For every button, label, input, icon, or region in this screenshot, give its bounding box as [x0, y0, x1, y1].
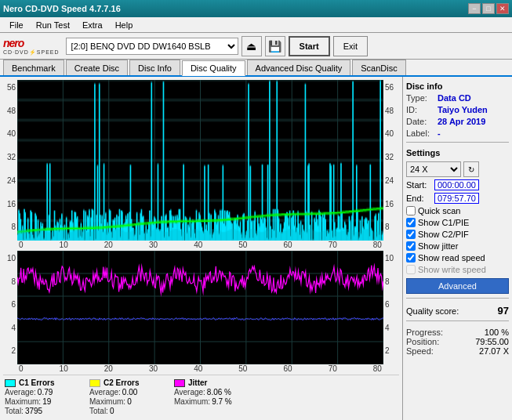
chart1-canvas	[17, 80, 383, 241]
window-title: Nero CD-DVD Speed 4.7.7.16	[3, 4, 121, 13]
tab-create-disc[interactable]: Create Disc	[66, 60, 128, 75]
close-button[interactable]: ✕	[496, 3, 509, 14]
speed-value: 27.07 X	[479, 346, 509, 356]
disc-date-row: Date: 28 Apr 2019	[406, 117, 509, 126]
drive-select[interactable]: [2:0] BENQ DVD DD DW1640 BSLB	[66, 38, 238, 55]
speed-select[interactable]: 24 X Maximum 4 X 8 X 16 X 32 X 40 X 48 X	[406, 161, 461, 177]
progress-label: Progress:	[406, 328, 443, 337]
start-button[interactable]: Start	[289, 36, 330, 56]
legend-jitter: Jitter Average: 8.06 % Maximum: 9.7 %	[174, 378, 252, 415]
exit-button[interactable]: Exit	[333, 36, 368, 56]
disc-type-row: Type: Data CD	[406, 93, 509, 103]
chart-area: 56 48 40 32 24 16 8 0 10 20 30 40 50	[0, 77, 402, 420]
legend-c2-avg: Average: 0.00	[89, 388, 168, 396]
disc-label-row: Label: -	[406, 129, 509, 138]
legend-c1-color	[5, 379, 16, 387]
quick-scan-checkbox[interactable]	[406, 206, 416, 215]
speed-settings-row: 24 X Maximum 4 X 8 X 16 X 32 X 40 X 48 X…	[406, 161, 509, 177]
chart2-canvas	[17, 251, 383, 364]
id-value: Taiyo Yuden	[438, 105, 488, 114]
show-c2-pif-row: Show C2/PIF	[406, 230, 509, 239]
show-write-speed-checkbox	[406, 265, 416, 274]
minimize-button[interactable]: −	[468, 3, 481, 14]
chart2-y-axis-right: 10 8 6 4 2	[383, 251, 399, 373]
disc-info-title: Disc info	[406, 81, 509, 91]
menu-file[interactable]: File	[3, 19, 30, 31]
legend-c2-color	[89, 379, 100, 387]
quality-score-label: Quality score:	[406, 306, 459, 316]
speed-row: Speed: 27.07 X	[406, 346, 509, 356]
refresh-button[interactable]: ↻	[463, 161, 479, 177]
quick-scan-row: Quick scan	[406, 206, 509, 215]
title-bar: Nero CD-DVD Speed 4.7.7.16 − □ ✕	[0, 0, 512, 17]
settings-title: Settings	[406, 148, 509, 158]
nero-logo: nero CD·DVD⚡SPEED	[3, 37, 60, 56]
show-read-speed-checkbox[interactable]	[406, 253, 416, 262]
tab-disc-info[interactable]: Disc Info	[129, 60, 180, 75]
type-value: Data CD	[438, 93, 471, 103]
show-write-speed-row: Show write speed	[406, 265, 509, 274]
show-c1-pie-row: Show C1/PIE	[406, 218, 509, 227]
progress-row: Progress: 100 %	[406, 328, 509, 337]
chart1-x-axis: 0 10 20 30 40 50 60 70 80	[17, 241, 383, 249]
label-label: Label:	[406, 129, 434, 138]
position-label: Position:	[406, 337, 439, 346]
date-label: Date:	[406, 117, 434, 126]
show-c1-pie-label: Show C1/PIE	[418, 218, 469, 227]
menu-extra[interactable]: Extra	[76, 19, 109, 31]
start-time-row: Start: 000:00.00	[406, 179, 509, 190]
right-panel: Disc info Type: Data CD ID: Taiyo Yuden …	[402, 77, 512, 420]
divider3	[406, 320, 509, 321]
show-read-speed-row: Show read speed	[406, 253, 509, 262]
menu-help[interactable]: Help	[109, 19, 140, 31]
legend-c2-label: C2 Errors	[103, 378, 140, 387]
advanced-button[interactable]: Advanced	[406, 278, 509, 294]
chart1-y-axis-left: 56 48 40 32 24 16 8	[3, 80, 17, 249]
save-icon[interactable]: 💾	[265, 36, 285, 56]
legend-c1-max: Maximum: 19	[5, 397, 83, 406]
menu-bar: File Run Test Extra Help	[0, 17, 512, 33]
legend-jitter-color	[174, 379, 185, 387]
show-c1-pie-checkbox[interactable]	[406, 218, 416, 227]
speed-label: Speed:	[406, 346, 434, 356]
legend-c1-avg: Average: 0.79	[5, 388, 83, 396]
show-jitter-checkbox[interactable]	[406, 241, 416, 251]
quick-scan-label: Quick scan	[418, 206, 460, 215]
legend-jitter-label: Jitter	[188, 378, 207, 387]
show-read-speed-label: Show read speed	[418, 253, 485, 262]
legend-c1: C1 Errors Average: 0.79 Maximum: 19 Tota…	[5, 378, 83, 415]
tab-scandisc[interactable]: ScanDisc	[352, 60, 405, 75]
position-value: 79:55.00	[475, 337, 509, 346]
tab-disc-quality[interactable]: Disc Quality	[182, 60, 245, 76]
show-c2-pif-checkbox[interactable]	[406, 230, 416, 239]
nero-logo-text: nero	[3, 37, 24, 49]
menu-run-test[interactable]: Run Test	[30, 19, 76, 31]
legend-c2-title-row: C2 Errors	[89, 378, 168, 387]
legend-jitter-max: Maximum: 9.7 %	[174, 397, 252, 406]
date-value: 28 Apr 2019	[438, 117, 485, 126]
legend-jitter-title-row: Jitter	[174, 378, 252, 387]
start-time-label: Start:	[406, 180, 431, 190]
disc-id-row: ID: Taiyo Yuden	[406, 105, 509, 114]
divider2	[406, 298, 509, 299]
main-content: 56 48 40 32 24 16 8 0 10 20 30 40 50	[0, 77, 512, 420]
legend-area: C1 Errors Average: 0.79 Maximum: 19 Tota…	[3, 375, 399, 417]
id-label: ID:	[406, 105, 434, 114]
eject-icon[interactable]: ⏏	[241, 36, 262, 56]
start-time-value: 000:00.00	[434, 179, 479, 190]
chart2-y-axis-left: 10 8 6 4 2	[3, 251, 17, 373]
legend-c2-max: Maximum: 0	[89, 397, 168, 406]
legend-c1-title-row: C1 Errors	[5, 378, 83, 387]
tab-benchmark[interactable]: Benchmark	[3, 60, 64, 75]
legend-c1-total: Total: 3795	[5, 407, 83, 415]
legend-c2: C2 Errors Average: 0.00 Maximum: 0 Total…	[89, 378, 168, 415]
show-write-speed-label: Show write speed	[418, 265, 486, 274]
divider1	[406, 142, 509, 143]
progress-value: 100 %	[485, 328, 509, 337]
maximize-button[interactable]: □	[482, 3, 495, 14]
tab-advanced-disc-quality[interactable]: Advanced Disc Quality	[247, 60, 351, 75]
label-value: -	[438, 129, 441, 138]
end-time-row: End: 079:57.70	[406, 193, 509, 204]
window-controls: − □ ✕	[468, 3, 509, 14]
end-time-value: 079:57.70	[434, 193, 479, 204]
